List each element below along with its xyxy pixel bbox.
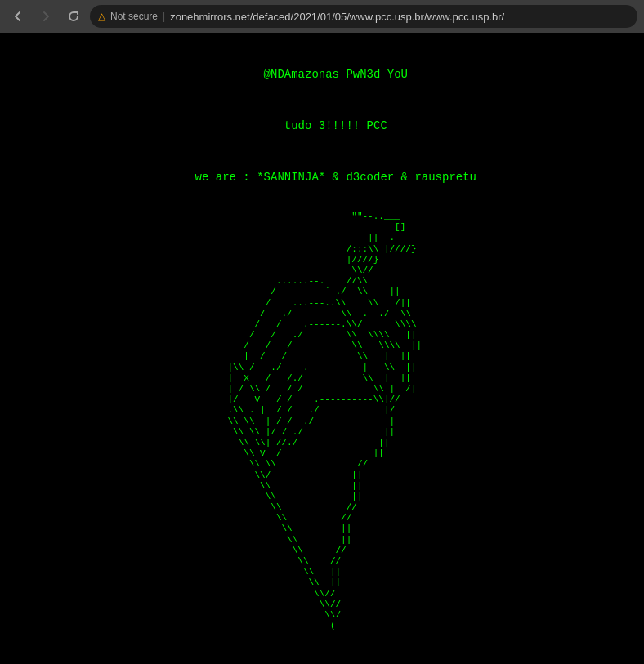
browser-chrome: △ Not secure | zonehmirrors.net/defaced/…	[0, 0, 644, 33]
not-secure-label: Not secure	[110, 11, 158, 22]
hacker-header-text: @NDAmazonas PwN3d YoU tudo 3!!!!! PCC we…	[8, 49, 636, 203]
ascii-art-reaper: ""--..___ [] ||--. /:::\\ |////} |////} …	[222, 212, 422, 631]
reload-button[interactable]	[62, 5, 85, 28]
security-warning-icon: △	[98, 11, 105, 22]
page-content: @NDAmazonas PwN3d YoU tudo 3!!!!! PCC we…	[0, 33, 644, 664]
forward-button[interactable]	[34, 5, 57, 28]
ascii-art-container: ""--..___ [] ||--. /:::\\ |////} |////} …	[8, 212, 636, 631]
url-display: zonehmirrors.net/defaced/2021/01/05/www.…	[170, 11, 504, 23]
header-line3: we are : *SANNINJA* & d3coder & rauspret…	[195, 171, 476, 184]
browser-toolbar: △ Not secure | zonehmirrors.net/defaced/…	[0, 0, 644, 33]
back-button[interactable]	[7, 5, 29, 28]
header-line1: @NDAmazonas PwN3d YoU	[264, 68, 408, 81]
header-line2: tudo 3!!!!! PCC	[284, 119, 387, 132]
address-bar[interactable]: △ Not secure | zonehmirrors.net/defaced/…	[90, 5, 637, 28]
separator: |	[163, 11, 165, 22]
